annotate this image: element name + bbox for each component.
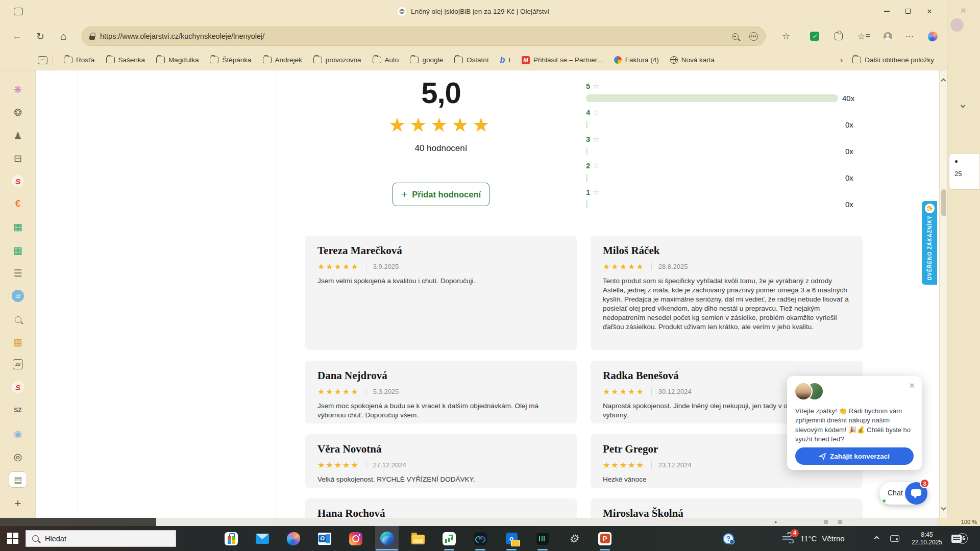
bookmark-sasenka[interactable]: Sašenka [101, 56, 151, 64]
orb-icon[interactable]: ◉ [11, 427, 25, 441]
app-outlook-new[interactable]: o [500, 526, 523, 551]
bookmark-bing[interactable]: bI [494, 56, 516, 65]
tray-chevron-up[interactable] [875, 526, 878, 551]
settings-more-icon[interactable]: ⋯ [903, 22, 916, 50]
folder-icon [106, 57, 115, 63]
bookmark-rosta[interactable]: Rosťa [58, 56, 101, 64]
plus-icon: + [401, 188, 407, 201]
page-scrollbar[interactable] [939, 70, 947, 518]
close-button[interactable]: ✕ [919, 4, 940, 19]
maximize-button[interactable] [897, 4, 919, 19]
scroll-up-icon[interactable] [942, 76, 945, 85]
extensions-puzzle-icon[interactable] [832, 22, 845, 50]
app-settings[interactable]: ⚙ [562, 526, 585, 551]
verified-customers-ribbon[interactable]: OVĚŘENO ZÁKAZNÍKY [922, 201, 937, 285]
help-button[interactable] [723, 526, 734, 551]
bookmark-stepanka[interactable]: Štěpánka [204, 56, 257, 64]
taskbar-clock[interactable]: 8:45 22.10.2025 [906, 526, 947, 551]
start-conversation-button[interactable]: Zahájit konverzaci [795, 447, 914, 465]
favorites-hub-icon[interactable]: ☆ [855, 22, 872, 50]
sz-icon[interactable]: SZ [11, 403, 25, 417]
taskbar: Hledat o ⚙ P 4 11°C Větrno [0, 526, 980, 551]
notes-icon[interactable]: ☰ [11, 289, 25, 303]
back-icon[interactable]: ← [10, 22, 23, 50]
butterfly-icon[interactable]: ❋ [11, 82, 25, 96]
favorite-star-icon[interactable]: ☆ [779, 22, 793, 50]
bookmark-auto[interactable]: Auto [367, 56, 405, 64]
bookmark-google[interactable]: google [404, 56, 449, 64]
rating-count: 40 hodnocení [305, 143, 577, 154]
start-button[interactable] [7, 533, 18, 544]
search-icon [32, 535, 39, 542]
clock-date: 22.10.2025 [912, 539, 942, 546]
bookmark-magdulka[interactable]: Magďulka [151, 56, 204, 64]
close-icon[interactable]: ✕ [909, 381, 915, 390]
online-dot [881, 498, 887, 504]
bookmark-provozovna[interactable]: provozovna [308, 56, 367, 64]
app-copilot[interactable] [282, 526, 305, 551]
app-edge[interactable] [375, 526, 399, 551]
edge-sidebar: ❋ ❂ ♟ ⊟ S € ▦ ▦ ☰ ☰ ▦ 22 S SZ ◉ ◎ ▤ + [0, 70, 36, 518]
address-bar[interactable]: https://www.olejarstvi.cz/kuchynskeoleje… [82, 27, 766, 46]
search-icon[interactable] [11, 312, 25, 327]
weather-widget[interactable]: 4 11°C Větrno [782, 526, 845, 551]
app-outlook[interactable] [313, 526, 336, 551]
app-stocks[interactable] [437, 526, 461, 551]
seznam-icon-2[interactable]: S [11, 380, 25, 394]
copilot-icon[interactable] [925, 22, 940, 50]
euro-icon[interactable]: € [11, 196, 25, 211]
meet-icon[interactable]: ▦ [11, 219, 25, 234]
tab-preview-icon[interactable]: ⋯ [38, 56, 47, 64]
notification-center[interactable]: 26 [951, 526, 968, 551]
dist-bar-4 [586, 121, 587, 129]
dist-row-label: 3 ☆ [586, 135, 599, 144]
url-text[interactable]: https://www.olejarstvi.cz/kuchynskeoleje… [100, 32, 264, 40]
bookmark-faktura[interactable]: Faktura (4) [608, 56, 665, 64]
add-review-button[interactable]: + Přidat hodnocení [393, 183, 489, 206]
review-card: Hana Rochová [305, 498, 577, 518]
apps-grid-icon[interactable]: ▦ [11, 335, 25, 349]
dist-bar-5 [586, 94, 838, 102]
card-icon[interactable]: ⊟ [11, 151, 25, 165]
refresh-icon[interactable]: ↻ [34, 22, 47, 50]
app-file-explorer[interactable] [406, 526, 430, 551]
scrollbar-thumb[interactable] [941, 189, 946, 216]
lock-icon [89, 36, 95, 40]
list-icon[interactable]: ☰ [11, 266, 25, 280]
calendar-icon[interactable]: 22 [11, 357, 25, 371]
minimize-button[interactable] [876, 4, 897, 19]
active-tool-icon[interactable]: ▤ [9, 471, 27, 488]
bookmarks-overflow-icon[interactable]: › [836, 55, 847, 65]
extension-check-icon[interactable]: ✓ [808, 22, 821, 50]
dist-row-label: 2 ☆ [586, 161, 599, 170]
zoom-out-icon[interactable] [732, 33, 739, 40]
target-icon[interactable]: ◎ [11, 449, 25, 464]
folder-icon [410, 57, 419, 63]
dist-row-label: 5 ☆ [586, 82, 599, 91]
chat-fab-label: Chat [888, 489, 903, 497]
bookmark-nova-karta[interactable]: Nová karta [665, 56, 720, 64]
chat-fab-button[interactable]: Chat 3 [879, 482, 927, 505]
app-mail[interactable] [251, 526, 274, 551]
app-store[interactable] [219, 526, 243, 551]
app-powerpoint[interactable]: P [593, 526, 617, 551]
more-circle-icon[interactable]: ••• [749, 32, 758, 41]
site-favicon-icon[interactable]: ❂ [11, 105, 25, 119]
person-icon[interactable]: ♟ [11, 129, 25, 143]
bookmark-partner[interactable]: MPřihlásit se – Partner... [516, 56, 608, 64]
cast-icon[interactable] [890, 526, 899, 551]
other-favorites[interactable]: Další oblíbené položky [847, 56, 940, 64]
add-icon[interactable]: + [11, 496, 25, 511]
bookmark-andrejek[interactable]: Andrejek [257, 56, 308, 64]
meet-icon-2[interactable]: ▦ [11, 243, 25, 257]
seznam-icon[interactable]: S [11, 174, 25, 188]
home-icon[interactable]: ⌂ [57, 22, 70, 50]
scroll-down-icon[interactable] [942, 503, 945, 512]
taskbar-search[interactable]: Hledat [26, 530, 176, 547]
app-instagram[interactable] [344, 526, 368, 551]
app-webex[interactable] [469, 526, 492, 551]
app-scanner[interactable] [531, 526, 554, 551]
heureka-logo-icon [925, 204, 935, 213]
profile-avatar-icon[interactable] [881, 22, 894, 50]
bookmark-ostatni[interactable]: Ostatní [449, 56, 495, 64]
